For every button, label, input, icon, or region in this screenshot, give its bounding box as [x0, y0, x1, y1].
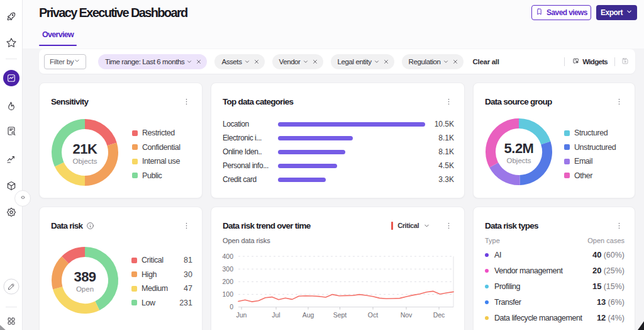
- chevron-down-icon[interactable]: [186, 59, 192, 65]
- svg-text:200: 200: [222, 278, 233, 285]
- saved-views-button[interactable]: Saved views: [531, 5, 591, 20]
- row-dot: [485, 316, 489, 320]
- filter-chip-label: Time range: Last 6 months: [105, 58, 184, 65]
- kebab-menu-icon[interactable]: [443, 96, 453, 107]
- clear-all-button[interactable]: Clear all: [473, 58, 499, 65]
- tab-overview[interactable]: Overview: [39, 29, 77, 44]
- report-search-icon: [6, 126, 17, 137]
- sidebar-item-star-icon[interactable]: [6, 38, 17, 48]
- table-row: Vendor management20 (25%): [485, 263, 625, 278]
- bar-value: 8.1K: [438, 134, 454, 142]
- sidebar-item-gear-icon[interactable]: [6, 207, 17, 218]
- filter-chip[interactable]: Assets: [214, 54, 264, 69]
- kebab-menu-icon[interactable]: [614, 220, 624, 231]
- pencil-icon: [8, 283, 16, 291]
- export-button[interactable]: Export: [596, 5, 637, 20]
- chevron-down-icon: [626, 8, 633, 17]
- legend-swatch: [131, 300, 137, 305]
- legend-item: Confidential: [132, 140, 195, 155]
- legend-label: Public: [142, 171, 162, 180]
- row-label: Profiling: [494, 282, 520, 291]
- svg-text:400: 400: [222, 253, 233, 260]
- legend-swatch: [131, 258, 137, 263]
- sidebar-item-flame-icon[interactable]: [6, 101, 17, 111]
- legend-swatch: [132, 130, 138, 136]
- analytics-icon: [6, 73, 16, 83]
- series-color-marker: [391, 222, 393, 230]
- close-icon[interactable]: [196, 59, 202, 65]
- svg-text:Jul: Jul: [272, 311, 280, 319]
- bar-category-label: Personal info...: [223, 161, 278, 170]
- table-row: AI40 (60%): [485, 247, 625, 263]
- chevron-down-icon[interactable]: [374, 59, 380, 65]
- filter-chip[interactable]: Time range: Last 6 months: [98, 54, 207, 69]
- gear-icon: [6, 207, 17, 218]
- sidebar-item-analytics-icon[interactable]: [3, 70, 19, 86]
- sidebar-item-apps-grid-icon[interactable]: [7, 317, 16, 326]
- export-label: Export: [601, 8, 623, 17]
- bar-category-label: Online Iden..: [223, 147, 278, 156]
- legend-item: Low231: [131, 296, 192, 310]
- close-icon[interactable]: [383, 59, 389, 65]
- close-icon[interactable]: [253, 59, 260, 65]
- sidebar: [0, 0, 23, 330]
- filter-chip[interactable]: Legal entity: [331, 54, 394, 69]
- star-icon: [6, 38, 17, 48]
- bar-value: 3.3K: [438, 175, 454, 184]
- chevron-down-icon[interactable]: [303, 59, 309, 65]
- sidebar-item-pencil-icon[interactable]: [4, 279, 19, 295]
- sidebar-item-report-search-icon[interactable]: [6, 126, 17, 137]
- bar-row: Online Iden..8.1K: [223, 145, 454, 159]
- close-icon[interactable]: [452, 59, 458, 65]
- svg-text:100: 100: [222, 290, 233, 298]
- legend-swatch: [132, 144, 138, 150]
- sidebar-item-rocket-icon[interactable]: [6, 11, 17, 22]
- close-icon[interactable]: [312, 59, 318, 65]
- donut-value: 21K: [73, 142, 97, 157]
- row-value: 20 (25%): [592, 266, 625, 275]
- flame-icon: [6, 101, 17, 111]
- chevron-down-icon[interactable]: [443, 59, 449, 65]
- bar-row: Credit card3.3K: [223, 173, 454, 186]
- sidebar-item-cube-icon[interactable]: [6, 181, 17, 191]
- legend-label: High: [142, 270, 157, 279]
- row-dot: [485, 269, 489, 273]
- card-data-risk: Data risk389OpenCritical81High30Medium47…: [39, 207, 203, 330]
- saved-views-label: Saved views: [547, 8, 587, 17]
- donut-center: 389Open: [74, 270, 96, 294]
- legend-value: 30: [184, 270, 192, 279]
- filter-by-label: Filter by: [50, 58, 74, 65]
- filter-by-dropdown[interactable]: Filter by: [44, 54, 86, 69]
- column-type: Type: [485, 237, 500, 244]
- series-selector[interactable]: Critical: [391, 220, 430, 231]
- divider: [564, 57, 565, 66]
- card-data-source-group: Data source group5.2MObjectsStructuredUn…: [473, 82, 635, 198]
- card-top-data-categories: Top data categoriesLocation10.5KElectron…: [211, 82, 465, 198]
- svg-text:0: 0: [230, 303, 233, 310]
- svg-text:300: 300: [222, 265, 233, 273]
- sidebar-collapse-handle[interactable]: [14, 190, 31, 207]
- filter-chips: Time range: Last 6 monthsAssetsVendorLeg…: [98, 54, 471, 69]
- save-view-button[interactable]: [621, 56, 629, 67]
- bookmark-icon: [535, 8, 543, 18]
- chart-legend: StructuredUnstructuredEmailOther: [564, 126, 630, 183]
- widgets-button[interactable]: Widgets: [572, 57, 608, 66]
- legend-label: Confidential: [142, 143, 180, 152]
- row-value: 13 (6%): [597, 297, 625, 307]
- sidebar-item-trend-icon[interactable]: [6, 154, 17, 164]
- rocket-icon: [6, 11, 17, 22]
- donut-label: Open: [74, 285, 96, 294]
- filter-chip[interactable]: Vendor: [272, 54, 323, 69]
- filter-chip-label: Legal entity: [338, 58, 372, 65]
- trend-icon: [6, 154, 17, 164]
- legend-label: Medium: [142, 284, 168, 293]
- chart-legend: Critical81High30Medium47Low231: [131, 253, 192, 310]
- kebab-menu-icon[interactable]: [443, 220, 453, 231]
- legend-swatch: [564, 159, 570, 164]
- chevron-down-icon[interactable]: [244, 59, 250, 65]
- legend-item: Other: [564, 169, 630, 183]
- chevron-down-icon: [423, 222, 430, 229]
- filter-chip[interactable]: Regulation: [402, 54, 464, 69]
- donut-label: Objects: [504, 156, 534, 166]
- column-open-cases: Open cases: [587, 237, 625, 244]
